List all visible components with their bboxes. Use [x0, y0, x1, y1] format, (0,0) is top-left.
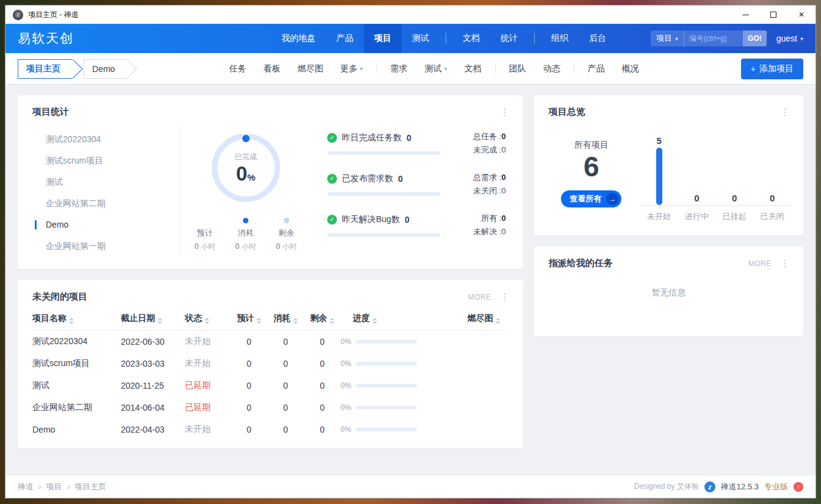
sub-item-kanban[interactable]: 看板	[255, 63, 289, 74]
col-header-status[interactable]: 状态	[185, 313, 231, 324]
bar-closed: 0	[753, 193, 791, 205]
col-header-remaining[interactable]: 剩余	[304, 313, 341, 324]
status-bar-chart: 5 0 0 0	[640, 130, 791, 222]
hours-estimate: 预计 0 小时	[185, 218, 226, 252]
app-icon: z	[13, 10, 23, 20]
maximize-button[interactable]	[759, 5, 787, 24]
window-controls: ✕	[731, 5, 816, 24]
project-list-item[interactable]: 企业网站第二期	[27, 193, 179, 214]
desktop-wallpaper: z 项目主页 - 禅道 ✕ 易软天创 我的地盘 产品 项目 测试 文档 统计 组…	[0, 0, 821, 504]
cell-project-name[interactable]: Demo	[32, 425, 121, 434]
project-list-item-active[interactable]: Demo	[27, 214, 179, 236]
cell-project-name[interactable]: 测试20220304	[32, 336, 121, 347]
all-projects-label: 所有项目	[574, 140, 609, 151]
nav-item-report[interactable]: 统计	[490, 24, 528, 53]
metric-label: 昨天解决Bug数	[342, 214, 400, 225]
table-header-row: 项目名称 截止日期 状态 预计 消耗 剩余 进度 燃尽图	[32, 306, 508, 331]
nav-item-admin[interactable]: 后台	[579, 24, 617, 53]
sub-item-overview[interactable]: 概况	[613, 63, 648, 74]
sub-item-team[interactable]: 团队	[501, 63, 535, 74]
view-all-button[interactable]: 查看所有 →	[561, 190, 621, 207]
col-header-burndown[interactable]: 燃尽图	[460, 313, 508, 324]
col-header-deadline[interactable]: 截止日期	[121, 313, 185, 324]
breadcrumb-sep-icon: >	[66, 483, 70, 491]
check-icon: ✓	[327, 174, 337, 184]
sub-item-burndown[interactable]: 燃尽图	[289, 63, 332, 74]
brand-logo[interactable]: 易软天创	[18, 30, 74, 47]
nav-item-product[interactable]: 产品	[326, 24, 364, 53]
close-button[interactable]: ✕	[787, 5, 816, 24]
project-list-item[interactable]: 测试	[27, 171, 179, 193]
kebab-menu-icon[interactable]: ⋮	[500, 107, 510, 117]
totals-pair: 所有 :0 未解决 :0	[447, 212, 506, 239]
user-menu[interactable]: guest ▾	[776, 34, 803, 43]
col-header-name[interactable]: 项目名称	[32, 313, 121, 324]
kebab-menu-icon[interactable]: ⋮	[500, 292, 510, 302]
project-list-item[interactable]: 测试20220304	[27, 129, 179, 150]
sub-item-dynamic[interactable]: 动态	[535, 63, 569, 74]
nav-divider	[446, 33, 446, 44]
metric-row: ✓ 昨天解决Bug数 0 所有 :0 未解决 :0	[327, 212, 506, 239]
my-tasks-panel: 指派给我的任务 MORE ⋮ 暂无信息	[534, 247, 803, 336]
cell-project-name[interactable]: 测试scrum项目	[32, 358, 121, 369]
cell-project-name[interactable]: 测试	[32, 380, 121, 391]
nav-item-project[interactable]: 项目	[364, 24, 402, 53]
legend-dot	[202, 218, 208, 223]
table-row[interactable]: 测试scrum项目 2023-03-03 未开始 0 0 0 0%	[32, 353, 508, 375]
nav-item-test[interactable]: 测试	[402, 24, 439, 53]
col-header-estimate[interactable]: 预计	[231, 313, 267, 324]
panel-header: 项目统计 ⋮	[18, 95, 523, 118]
bar-category-label: 进行中	[678, 206, 716, 222]
tab-current-project[interactable]: Demo ▾	[84, 59, 127, 79]
search-scope-select[interactable]: 项目 ▾	[651, 31, 684, 46]
designed-by: Designed by 艾体验	[634, 481, 699, 492]
sub-item-product[interactable]: 产品	[579, 63, 613, 74]
more-link[interactable]: MORE	[748, 259, 772, 268]
nav-item-org[interactable]: 组织	[541, 24, 579, 53]
project-list-item[interactable]: 企业网站第一期	[27, 236, 179, 257]
sub-item-doc[interactable]: 文档	[456, 63, 490, 74]
check-icon: ✓	[327, 133, 337, 143]
bar-category-label: 已挂起	[715, 206, 753, 222]
footer: 禅道 > 项目 > 项目主页 Designed by 艾体验 z 禅道12.5.…	[5, 475, 816, 498]
table-row[interactable]: Demo 2022-04-03 未开始 0 0 0 0%	[32, 419, 508, 441]
search-input[interactable]	[684, 31, 743, 46]
tab-project-home[interactable]: 项目主页 ▾	[18, 59, 73, 79]
kebab-menu-icon[interactable]: ⋮	[780, 259, 790, 268]
table-row[interactable]: 测试20220304 2022-06-30 未开始 0 0 0 0%	[32, 331, 508, 353]
breadcrumb-project-home[interactable]: 项目主页	[74, 481, 106, 492]
breadcrumb-zentao[interactable]: 禅道	[18, 481, 34, 492]
col-header-consumed[interactable]: 消耗	[267, 313, 304, 324]
project-list-item[interactable]: 测试scrum项目	[27, 150, 179, 171]
progress-track	[356, 340, 417, 344]
sub-item-more[interactable]: 更多 ▾	[332, 63, 372, 74]
tab-arrow-tip	[118, 59, 137, 78]
bar	[656, 148, 662, 205]
col-header-progress[interactable]: 进度	[341, 313, 460, 324]
add-project-button[interactable]: + 添加项目	[741, 59, 803, 79]
sub-divider	[495, 64, 496, 74]
sub-item-story[interactable]: 需求	[382, 63, 416, 74]
nav-item-doc[interactable]: 文档	[452, 24, 490, 53]
breadcrumb-project[interactable]: 项目	[46, 481, 62, 492]
cell-project-name[interactable]: 企业网站第二期	[32, 402, 121, 413]
upgrade-icon[interactable]: ↑	[794, 482, 803, 492]
edition-link[interactable]: 专业版	[764, 481, 788, 492]
sort-icon	[372, 318, 377, 324]
go-button[interactable]: GO!	[743, 31, 767, 46]
table-row[interactable]: 测试 2020-11-25 已延期 0 0 0 0%	[32, 375, 508, 397]
table-row[interactable]: 企业网站第二期 2014-06-04 已延期 0 0 0 0%	[32, 397, 508, 419]
hours-summary: 预计 0 小时 消耗 0 小时 剩余 0 小时	[185, 218, 307, 252]
metric-row: ✓ 已发布需求数 0 总需求 :0 未关闭 :0	[327, 171, 506, 198]
more-link[interactable]: MORE	[468, 293, 491, 301]
sub-item-test[interactable]: 测试 ▾	[416, 63, 456, 74]
minimize-button[interactable]	[731, 5, 759, 24]
navbar-right: 项目 ▾ GO! guest ▾	[651, 24, 803, 53]
kebab-menu-icon[interactable]: ⋮	[780, 107, 790, 117]
nav-item-my-space[interactable]: 我的地盘	[271, 24, 326, 53]
tab-current-project-label: Demo	[92, 64, 115, 74]
panel-title: 项目统计	[32, 106, 69, 118]
donut-marker-dot	[242, 135, 250, 142]
tab-project-home-label: 项目主页	[26, 63, 60, 74]
sub-item-task[interactable]: 任务	[221, 63, 255, 74]
